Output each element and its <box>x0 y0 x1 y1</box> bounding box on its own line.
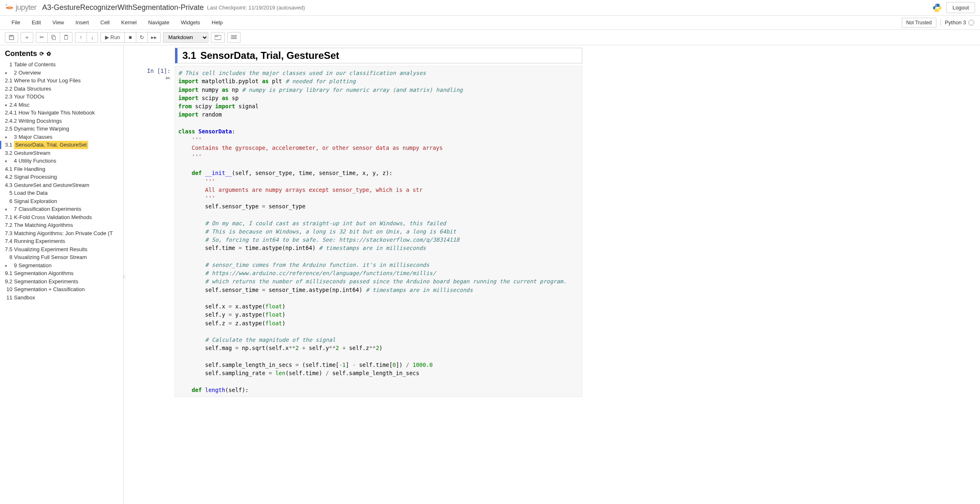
run-button[interactable]: ▶ Run <box>100 32 124 43</box>
menu-edit[interactable]: Edit <box>26 17 47 28</box>
menu-help[interactable]: Help <box>206 17 229 28</box>
toc-item[interactable]: 2.5Dynamic Time Warping <box>5 125 120 133</box>
markdown-cell[interactable]: 3.1SensorData, Trial, GestureSet <box>138 48 582 63</box>
logout-button[interactable]: Logout <box>946 2 975 13</box>
toc-item[interactable]: 9.2Segmentation Experiments <box>5 278 120 286</box>
paste-button[interactable] <box>60 32 72 43</box>
chevron-down-icon[interactable]: ▾ <box>5 206 7 212</box>
toc-item[interactable]: ▾9Segmentation <box>5 261 120 270</box>
toc-link[interactable]: K-Fold Cross Validation Methods <box>14 213 92 222</box>
chevron-down-icon[interactable]: ▾ <box>5 102 7 108</box>
toc-item[interactable]: ▾2.4Misc <box>5 101 120 109</box>
toc-link[interactable]: Matching Algorithms: Jon Private Code (T <box>14 229 113 238</box>
sidebar-hscroll[interactable] <box>5 497 119 504</box>
toc-link[interactable]: Utility Functions <box>19 157 56 165</box>
toc-link[interactable]: Classification Experiments <box>19 205 81 213</box>
code-cell[interactable]: In [1]: ⏭ # This cell includes the major… <box>138 66 582 397</box>
menu-cell[interactable]: Cell <box>95 17 115 28</box>
toc-item[interactable]: 4.3GestureSet and GestureStream <box>5 181 120 189</box>
command-palette-button[interactable] <box>211 32 225 43</box>
toc-item[interactable]: 2.1Where to Put Your Log Files <box>5 77 120 85</box>
notebook-area[interactable]: 3.1SensorData, Trial, GestureSet In [1]:… <box>125 45 980 504</box>
move-up-button[interactable]: ↑ <box>75 32 86 43</box>
toc-link[interactable]: Writing Docstrings <box>19 117 62 125</box>
toc-item[interactable]: 4.2Signal Processing <box>5 173 120 181</box>
toc-link[interactable]: Running Experiments <box>14 237 65 245</box>
notebook-title[interactable]: A3-GestureRecognizerWithSegmentation-Pri… <box>42 3 204 12</box>
chevron-down-icon[interactable]: ▾ <box>5 134 7 140</box>
menu-view[interactable]: View <box>47 17 70 28</box>
move-down-button[interactable]: ↓ <box>86 32 98 43</box>
menu-insert[interactable]: Insert <box>70 17 95 28</box>
toc-item[interactable]: 11Sandbox <box>5 294 120 302</box>
toc-refresh-icon[interactable]: ⟳ <box>40 51 44 57</box>
toc-link[interactable]: Signal Processing <box>14 173 57 181</box>
toc-item[interactable]: 7.5Visualizing Experiment Results <box>5 245 120 254</box>
toc-link[interactable]: Visualizing Full Sensor Stream <box>14 253 87 261</box>
toc-link[interactable]: Segmentation + Classification <box>14 285 85 294</box>
toc-settings-icon[interactable]: ✿ <box>47 51 51 57</box>
chevron-down-icon[interactable]: ▾ <box>5 70 7 76</box>
toc-item[interactable]: 7.2The Matching Algorithms <box>5 221 120 229</box>
toc-link[interactable]: Major Classes <box>19 133 52 141</box>
toc-link[interactable]: How To Navigate This Notebook <box>19 109 95 117</box>
toc-item[interactable]: 2.4.1How To Navigate This Notebook <box>5 109 120 117</box>
toc-item[interactable]: 2.2Data Structures <box>5 85 120 93</box>
restart-button[interactable]: ↻ <box>136 32 147 43</box>
menu-navigate[interactable]: Navigate <box>142 17 175 28</box>
cut-button[interactable]: ✂ <box>36 32 47 43</box>
toc-item[interactable]: 3.1SensorData, Trial, GestureSet <box>5 141 120 149</box>
menu-kernel[interactable]: Kernel <box>115 17 142 28</box>
copy-button[interactable] <box>47 32 60 43</box>
chevron-down-icon[interactable]: ▾ <box>5 263 7 269</box>
toc-link[interactable]: GestureSet and GestureStream <box>14 181 89 189</box>
toc-item[interactable]: 1Table of Contents <box>5 61 120 69</box>
menu-widgets[interactable]: Widgets <box>175 17 206 28</box>
toc-item[interactable]: ▾3Major Classes <box>5 133 120 141</box>
toc-link[interactable]: Visualizing Experiment Results <box>14 245 87 254</box>
cell-type-select[interactable]: Markdown <box>163 32 208 43</box>
toc-link[interactable]: SensorData, Trial, GestureSet <box>14 141 88 149</box>
toc-item[interactable]: 3.2GestureStream <box>5 149 120 157</box>
toc-link[interactable]: GestureStream <box>14 149 50 157</box>
toc-item[interactable]: 6Signal Exploration <box>5 197 120 205</box>
menu-file[interactable]: File <box>6 17 26 28</box>
toc-link[interactable]: Segmentation Experiments <box>14 278 78 286</box>
save-button[interactable] <box>5 32 18 43</box>
toc-item[interactable]: 2.3Your TODOs <box>5 93 120 101</box>
step-forward-icon[interactable]: ⏭ <box>166 75 170 81</box>
toc-link[interactable]: Sandbox <box>14 294 35 302</box>
interrupt-button[interactable]: ■ <box>124 32 136 43</box>
toc-link[interactable]: Overview <box>19 69 41 77</box>
toc-link[interactable]: Where to Put Your Log Files <box>14 77 81 85</box>
toc-item[interactable]: 5Load the Data <box>5 189 120 197</box>
toc-link[interactable]: File Handling <box>14 165 45 173</box>
jupyter-logo[interactable]: jupyter <box>5 3 37 12</box>
add-cell-button[interactable]: ＋ <box>21 32 33 43</box>
toc-link[interactable]: Dynamic Time Warping <box>14 125 69 133</box>
toc-toggle-button[interactable] <box>227 32 240 43</box>
code-input-area[interactable]: # This cell includes the major classes u… <box>175 66 582 397</box>
toc-link[interactable]: Misc <box>19 101 30 109</box>
toc-item[interactable]: 8Visualizing Full Sensor Stream <box>5 253 120 261</box>
toc-link[interactable]: Table of Contents <box>14 61 56 69</box>
toc-item[interactable]: 7.4Running Experiments <box>5 237 120 245</box>
toc-item[interactable]: 7.1K-Fold Cross Validation Methods <box>5 213 120 222</box>
toc-link[interactable]: The Matching Algorithms <box>14 221 73 229</box>
toc-item[interactable]: 2.4.2Writing Docstrings <box>5 117 120 125</box>
chevron-down-icon[interactable]: ▾ <box>5 158 7 164</box>
toc-link[interactable]: Signal Exploration <box>14 197 57 205</box>
toc-link[interactable]: Load the Data <box>14 189 48 197</box>
toc-item[interactable]: ▾2Overview <box>5 69 120 77</box>
restart-run-all-button[interactable]: ▸▸ <box>147 32 161 43</box>
toc-link[interactable]: Segmentation Algorithms <box>14 269 74 278</box>
toc-item[interactable]: ▾7Classification Experiments <box>5 205 120 213</box>
toc-item[interactable]: ▾4Utility Functions <box>5 157 120 165</box>
toc-item[interactable]: 4.1File Handling <box>5 165 120 173</box>
toc-link[interactable]: Your TODOs <box>14 93 44 101</box>
toc-item[interactable]: 9.1Segmentation Algorithms <box>5 269 120 278</box>
kernel-indicator[interactable]: Python 3 <box>940 19 974 26</box>
toc-link[interactable]: Segmentation <box>19 261 51 270</box>
trust-indicator[interactable]: Not Trusted <box>902 18 936 28</box>
toc-link[interactable]: Data Structures <box>14 85 51 93</box>
